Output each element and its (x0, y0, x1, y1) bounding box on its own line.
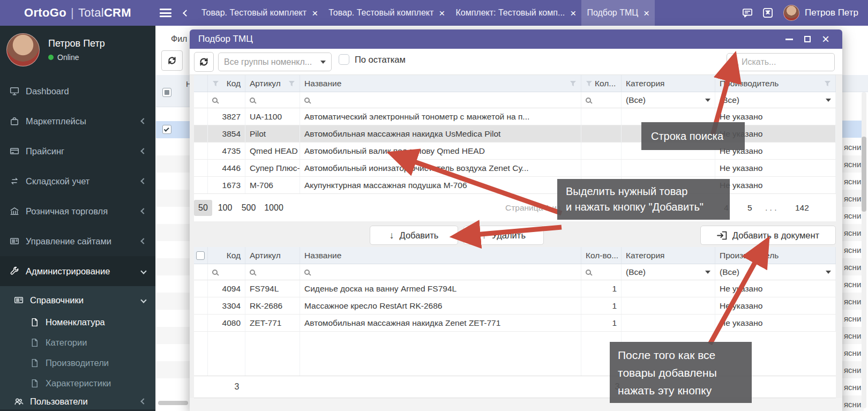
filter-article-input[interactable] (245, 264, 300, 280)
chevron-left-icon (140, 118, 146, 124)
table-filter-row: (Все) (Все) (194, 92, 836, 108)
chevron-down-icon (705, 99, 710, 102)
refresh-button[interactable] (194, 52, 214, 72)
clipped-cell-text: ясни. (842, 155, 864, 173)
tab-podbor-tmc-active[interactable]: Подбор ТМЦ × (581, 0, 655, 26)
minimize-icon[interactable] (781, 32, 797, 46)
table-row[interactable]: 4446 Супер Плюс-... Автомобильный иониза… (194, 160, 836, 177)
page-number-5[interactable]: 5 (747, 203, 752, 213)
file-icon (30, 379, 39, 388)
chat-icon[interactable] (740, 6, 754, 20)
user-avatar[interactable] (783, 5, 799, 21)
table-row[interactable]: 3304 RK-2686 Массажное кресло RestArt RK… (194, 297, 836, 315)
tab-product-1[interactable]: Товар. Тестовый комплект × (196, 0, 323, 26)
select-all-checkbox[interactable] (162, 88, 171, 97)
background-left-strip: Фил Н (155, 26, 190, 411)
search-input[interactable] (742, 57, 817, 67)
tab-kit[interactable]: Комплект: Тестовый комп... × (450, 0, 581, 26)
tabs-back-chevron-icon[interactable] (179, 6, 193, 20)
table-row[interactable]: 4080 ZET-771 Автомобильная массажная нак… (194, 315, 836, 332)
chevron-left-icon (140, 208, 146, 214)
row-checkbox-checked[interactable] (162, 125, 171, 134)
column-header-qty[interactable]: Кол-во... (581, 247, 622, 264)
background-selected-row[interactable] (156, 121, 190, 138)
search-box[interactable] (727, 53, 835, 71)
sidebar-item-categories[interactable]: Категории (0, 332, 155, 353)
filter-manufacturer-select[interactable]: (Все) (715, 92, 836, 108)
sidebar-item-administration[interactable]: Администрирование (0, 256, 155, 286)
column-header-code[interactable]: Код (208, 75, 245, 92)
sidebar-item-manufacturers[interactable]: Производители (0, 353, 155, 373)
tab-product-2[interactable]: Товар. Тестовый комплект × (323, 0, 450, 26)
page-size-1000[interactable]: 1000 (261, 200, 286, 216)
filter-qty-input[interactable] (581, 92, 622, 108)
sidebar-item-users[interactable]: Пользователи (0, 393, 155, 409)
table-header-row: Код Артикул Название Кол... Категория Пр… (194, 75, 836, 92)
annotation-search-tip: Строка поиска (641, 122, 745, 150)
filter-icon[interactable] (288, 80, 295, 87)
background-refresh-button[interactable] (161, 50, 183, 71)
page-size-500[interactable]: 500 (238, 200, 259, 216)
filter-category-select[interactable]: (Все) (622, 264, 715, 280)
sidebar-item-directories[interactable]: Справочники (0, 288, 155, 312)
hamburger-menu-icon[interactable] (159, 6, 173, 20)
column-header-article[interactable]: Артикул (245, 75, 300, 92)
filter-icon[interactable] (586, 80, 593, 87)
select-all-cell[interactable] (194, 247, 208, 264)
filter-icon[interactable] (824, 80, 831, 87)
modal-title-bar[interactable]: Подбор ТМЦ × (190, 29, 842, 49)
by-stock-checkbox[interactable]: По остаткам (339, 54, 406, 65)
background-selected-row[interactable] (842, 121, 864, 138)
table-row[interactable]: 4094 FS794L Сиденье доска на ванну Armed… (194, 280, 836, 297)
column-header-name[interactable]: Название (300, 75, 581, 92)
sidebar-item-retail[interactable]: Розничная торговля (0, 196, 155, 226)
column-header-qty[interactable]: Кол... (581, 75, 622, 92)
tab-close-icon[interactable]: × (312, 8, 318, 18)
translate-icon[interactable] (761, 6, 775, 20)
horizontal-scrollbar[interactable] (158, 401, 188, 405)
sidebar-item-marketplaces[interactable]: Маркетплейсы (0, 106, 155, 136)
filter-code-input[interactable] (208, 92, 245, 108)
page-number-142[interactable]: 142 (795, 203, 809, 213)
sidebar-item-dashboard[interactable]: Dashboard (0, 76, 155, 106)
close-icon[interactable]: × (818, 32, 834, 46)
sidebar-item-characteristics[interactable]: Характеристики (0, 373, 155, 393)
column-header-category[interactable]: Категория (622, 247, 715, 264)
column-header-code[interactable]: Код (208, 247, 245, 264)
sidebar: Петров Петр Online Dashboard Маркетплейс… (0, 26, 155, 411)
column-header-article[interactable]: Артикул (245, 247, 300, 264)
column-header-manufacturer[interactable]: Производитель (715, 247, 836, 264)
remove-button[interactable]: ↑ Удалить (463, 226, 544, 245)
filter-code-input[interactable] (208, 264, 245, 280)
filter-manufacturer-select[interactable]: (Все) (715, 264, 836, 280)
tab-close-icon[interactable]: × (570, 8, 576, 18)
sidebar-item-pricing[interactable]: Прайсинг (0, 136, 155, 166)
add-button[interactable]: ↓ Добавить (370, 226, 458, 245)
tab-close-icon[interactable]: × (439, 8, 445, 18)
sites-icon (10, 236, 19, 246)
filter-name-input[interactable] (300, 264, 581, 280)
tab-close-icon[interactable]: × (643, 8, 649, 18)
filter-icon[interactable] (212, 80, 219, 87)
sidebar-item-sites[interactable]: Управление сайтами (0, 226, 155, 256)
column-header-name[interactable]: Название (300, 247, 581, 264)
scrollbar-thumb[interactable] (862, 137, 866, 212)
clipped-cell-text: ясни. (842, 395, 864, 411)
table-row[interactable]: 1673 M-706 Акупунктурная массажная подуш… (194, 177, 836, 194)
column-header-manufacturer[interactable]: Производитель (715, 75, 836, 92)
filter-name-input[interactable] (300, 92, 581, 108)
sidebar-item-warehouse[interactable]: Складской учет (0, 166, 155, 196)
add-to-document-button[interactable]: Добавить в документ (700, 226, 836, 245)
sidebar-avatar[interactable] (6, 33, 40, 66)
filter-qty-input[interactable] (581, 264, 622, 280)
filter-category-select[interactable]: (Все) (622, 92, 715, 108)
page-size-50[interactable]: 50 (194, 200, 212, 216)
online-dot-icon (48, 55, 54, 60)
filter-icon[interactable] (570, 80, 577, 87)
filter-article-input[interactable] (245, 92, 300, 108)
column-header-category[interactable]: Категория (622, 75, 715, 92)
sidebar-item-nomenclature[interactable]: Номенклатура (0, 312, 155, 332)
page-size-100[interactable]: 100 (214, 200, 236, 216)
maximize-icon[interactable] (799, 32, 815, 46)
nomenclature-group-dropdown[interactable]: Все группы номенкл... (218, 53, 332, 71)
